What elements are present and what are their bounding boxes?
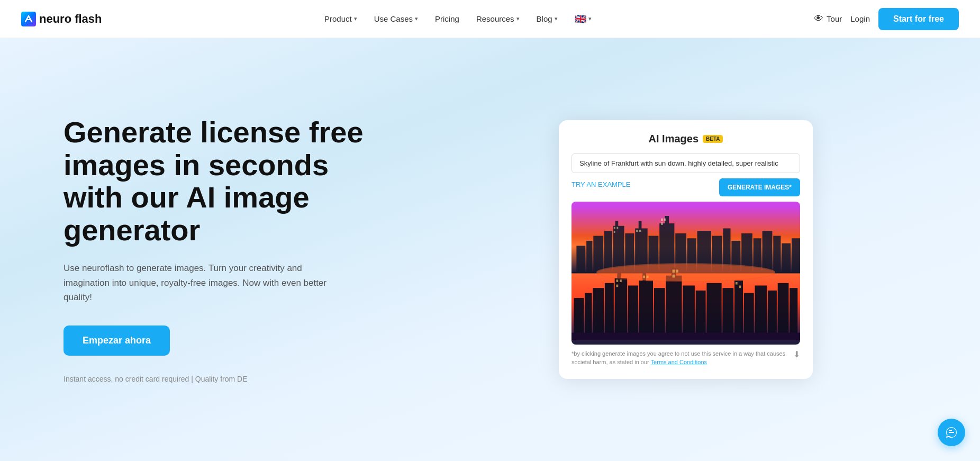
preview-prompt-input[interactable] bbox=[571, 153, 800, 173]
svg-point-51 bbox=[596, 264, 775, 282]
preview-card: AI Images BETA TRY AN EXAMPLE GENERATE I… bbox=[559, 120, 813, 379]
nav-blog[interactable]: Blog ▾ bbox=[529, 10, 565, 28]
svg-rect-29 bbox=[593, 288, 604, 340]
nav-tour[interactable]: 👁 Tour bbox=[814, 13, 842, 24]
svg-rect-3 bbox=[576, 246, 585, 273]
svg-rect-57 bbox=[661, 222, 663, 225]
logo[interactable]: neuroflash bbox=[21, 12, 102, 26]
nav-cta-button[interactable]: Start for free bbox=[878, 8, 959, 30]
nav-login-button[interactable]: Login bbox=[850, 14, 870, 23]
svg-rect-41 bbox=[706, 283, 721, 340]
nav-use-cases[interactable]: Use Cases ▾ bbox=[367, 10, 425, 28]
svg-rect-66 bbox=[643, 276, 645, 278]
svg-rect-49 bbox=[571, 333, 800, 340]
svg-rect-39 bbox=[683, 286, 695, 340]
hero-left: Generate license free images in seconds … bbox=[63, 116, 392, 383]
svg-rect-68 bbox=[736, 282, 738, 285]
preview-footer: ⬇ *by clicking generate images you agree… bbox=[571, 350, 800, 366]
flag-icon: 🇬🇧 bbox=[575, 13, 586, 25]
svg-rect-61 bbox=[616, 285, 619, 287]
svg-rect-54 bbox=[616, 227, 618, 229]
svg-rect-25 bbox=[782, 243, 791, 273]
svg-rect-65 bbox=[673, 275, 675, 278]
svg-rect-46 bbox=[768, 291, 777, 340]
logo-text-neuro: neuro bbox=[39, 12, 71, 26]
nav-lang[interactable]: 🇬🇧 ▾ bbox=[567, 9, 599, 29]
beta-badge: BETA bbox=[703, 135, 723, 143]
svg-rect-23 bbox=[763, 231, 773, 273]
svg-rect-24 bbox=[773, 236, 781, 273]
chevron-down-icon: ▾ bbox=[516, 15, 520, 22]
hero-title: Generate license free images in seconds … bbox=[63, 116, 392, 246]
svg-rect-47 bbox=[778, 283, 789, 340]
svg-rect-48 bbox=[790, 288, 797, 340]
svg-rect-58 bbox=[636, 230, 638, 232]
chevron-down-icon: ▾ bbox=[555, 15, 558, 22]
svg-rect-33 bbox=[628, 286, 638, 340]
svg-rect-31 bbox=[615, 278, 627, 340]
svg-rect-53 bbox=[614, 231, 615, 233]
svg-rect-37 bbox=[666, 276, 682, 340]
chevron-down-icon: ▾ bbox=[415, 15, 418, 22]
svg-rect-52 bbox=[614, 227, 615, 229]
hero-right: AI Images BETA TRY AN EXAMPLE GENERATE I… bbox=[434, 120, 938, 379]
svg-rect-63 bbox=[673, 270, 675, 273]
svg-rect-11 bbox=[639, 221, 642, 231]
svg-rect-45 bbox=[755, 286, 767, 340]
hero-section: Generate license free images in seconds … bbox=[0, 38, 980, 461]
svg-rect-55 bbox=[661, 219, 663, 221]
chevron-down-icon: ▾ bbox=[588, 15, 592, 22]
nav-resources[interactable]: Resources ▾ bbox=[469, 10, 527, 28]
svg-rect-69 bbox=[739, 286, 741, 288]
nav-right: 👁 Tour Login Start for free bbox=[814, 8, 959, 30]
hero-note: Instant access, no credit card required … bbox=[63, 375, 392, 383]
svg-rect-6 bbox=[604, 231, 612, 273]
svg-rect-26 bbox=[792, 238, 800, 273]
logo-icon bbox=[21, 12, 36, 26]
svg-rect-42 bbox=[722, 288, 733, 340]
terms-link[interactable]: Terms and Conditions bbox=[651, 359, 707, 365]
svg-rect-60 bbox=[616, 279, 619, 282]
preview-generate-button[interactable]: GENERATE IMAGES* bbox=[719, 178, 800, 196]
nav-product[interactable]: Product ▾ bbox=[317, 10, 365, 28]
svg-rect-36 bbox=[654, 288, 665, 340]
preview-input-row bbox=[571, 153, 800, 173]
svg-rect-67 bbox=[647, 276, 649, 278]
preview-image bbox=[571, 202, 800, 345]
navbar: neuroflash Product ▾ Use Cases ▾ Pricing… bbox=[0, 0, 980, 38]
preview-card-title: AI Images BETA bbox=[571, 133, 800, 145]
svg-rect-30 bbox=[605, 283, 614, 340]
svg-rect-62 bbox=[620, 279, 622, 282]
preview-try-example[interactable]: TRY AN EXAMPLE bbox=[571, 180, 631, 188]
svg-rect-40 bbox=[696, 291, 706, 340]
download-icon[interactable]: ⬇ bbox=[793, 349, 800, 360]
svg-rect-56 bbox=[664, 219, 666, 221]
nav-pricing[interactable]: Pricing bbox=[428, 10, 467, 28]
chat-bubble-button[interactable] bbox=[938, 419, 965, 446]
svg-rect-43 bbox=[734, 281, 743, 340]
nav-links: Product ▾ Use Cases ▾ Pricing Resources … bbox=[317, 9, 599, 29]
chevron-down-icon: ▾ bbox=[354, 15, 357, 22]
eye-icon: 👁 bbox=[814, 13, 823, 24]
svg-rect-64 bbox=[676, 270, 678, 273]
hero-subtitle: Use neuroflash to generate images. Turn … bbox=[63, 261, 339, 304]
logo-text-flash: flash bbox=[75, 12, 102, 26]
svg-rect-34 bbox=[639, 281, 653, 340]
svg-rect-59 bbox=[639, 230, 641, 232]
svg-rect-5 bbox=[593, 236, 603, 273]
hero-cta-button[interactable]: Empezar ahora bbox=[63, 326, 170, 356]
svg-rect-4 bbox=[586, 241, 592, 273]
